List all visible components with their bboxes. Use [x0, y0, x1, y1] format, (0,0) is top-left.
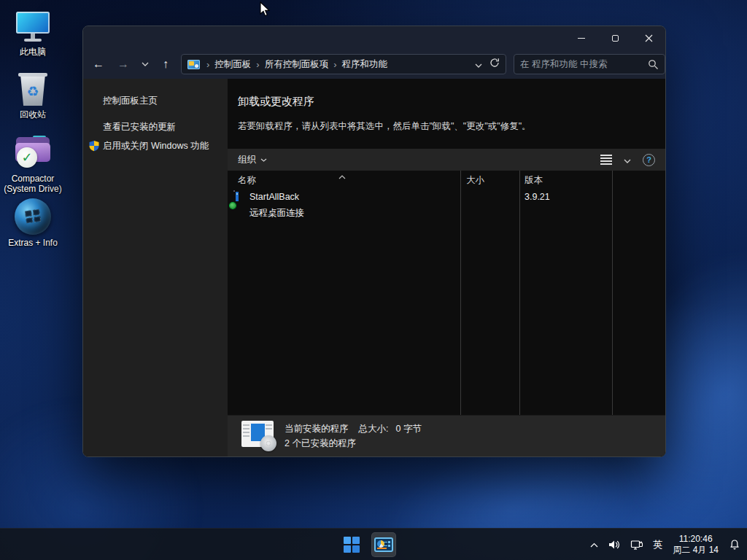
sidebar-item-installed-updates[interactable]: 查看已安装的更新	[103, 121, 176, 133]
compactor-folder-icon: ✓	[1, 134, 64, 171]
window-titlebar[interactable]	[83, 26, 665, 50]
back-button[interactable]: ←	[89, 55, 108, 74]
minimize-icon	[578, 38, 585, 39]
program-version: 3.9.21	[525, 192, 550, 202]
program-name: StartAllBack	[249, 192, 299, 202]
address-bar[interactable]: › 控制面板 › 所有控制面板项 › 程序和功能	[181, 54, 506, 74]
view-options-dropdown[interactable]	[624, 153, 631, 166]
desktop-icon-label: Compactor (System Drive)	[1, 174, 64, 194]
notifications-button[interactable]	[727, 536, 743, 553]
breadcrumb-separator: ›	[204, 59, 212, 70]
refresh-icon	[489, 58, 500, 68]
programs-and-features-window: ← → ↑ › 控制面板 › 所有控制面板项 › 程序和功能	[82, 26, 666, 457]
start-button[interactable]	[339, 532, 364, 557]
minimize-button[interactable]	[565, 26, 598, 50]
breadcrumb-programs-features[interactable]: 程序和功能	[339, 58, 391, 71]
status-bar: 当前安装的程序总大小:0 字节 2 个已安装的程序	[228, 415, 665, 456]
search-icon	[648, 59, 659, 70]
main-pane: 卸载或更改程序 若要卸载程序，请从列表中将其选中，然后单击"卸载"、"更改"或"…	[228, 79, 665, 456]
ime-indicator[interactable]: 英	[651, 538, 665, 551]
this-pc-icon	[1, 7, 64, 44]
command-toolbar: 组织 ?	[228, 149, 665, 171]
bell-icon	[729, 539, 740, 551]
page-subtitle: 若要卸载程序，请从列表中将其选中，然后单击"卸载"、"更改"或"修复"。	[238, 120, 531, 133]
desktop-icon-compactor[interactable]: ✓ Compactor (System Drive)	[1, 134, 64, 194]
desktop-icon-label: 回收站	[1, 109, 64, 120]
maximize-button[interactable]	[598, 26, 632, 50]
desktop-icon-label: Extras + Info	[1, 238, 64, 248]
chevron-up-icon	[590, 542, 598, 548]
chevron-down-icon	[142, 62, 149, 66]
sidebar: 控制面板主页 查看已安装的更新 启用或关闭 Windows 功能	[83, 79, 228, 456]
clock-date: 周二 4月 14	[673, 545, 719, 555]
taskbar-app-programs-features[interactable]	[371, 532, 396, 557]
speaker-icon	[608, 540, 621, 550]
column-header-name[interactable]: 名称	[238, 174, 256, 187]
program-name: 远程桌面连接	[249, 207, 304, 219]
programs-features-icon	[241, 421, 276, 451]
installed-count: 2 个已安装的程序	[285, 438, 356, 450]
desktop: 此电脑 ♻ 回收站 ✓ Compactor (System Drive) Ext…	[0, 0, 747, 560]
table-row-remote-desktop[interactable]: 远程桌面连接	[228, 205, 665, 220]
recycle-bin-icon: ♻	[1, 70, 64, 106]
status-summary: 当前安装的程序总大小:0 字节	[285, 423, 422, 435]
desktop-icon-this-pc[interactable]: 此电脑	[1, 7, 64, 57]
page-title: 卸载或更改程序	[238, 95, 314, 109]
total-size-label: 总大小:	[359, 424, 389, 434]
desktop-icon-extras-info[interactable]: Extras + Info	[1, 198, 64, 248]
uac-shield-icon	[88, 140, 100, 155]
sidebar-item-control-panel-home[interactable]: 控制面板主页	[103, 95, 158, 107]
table-header: 名称 大小 版本	[228, 171, 665, 189]
breadcrumb-all-items[interactable]: 所有控制面板项	[262, 58, 332, 71]
installed-programs-label: 当前安装的程序	[285, 424, 349, 434]
recent-pages-button[interactable]	[136, 55, 155, 74]
sidebar-item-windows-features[interactable]: 启用或关闭 Windows 功能	[103, 140, 209, 152]
column-header-version[interactable]: 版本	[525, 174, 543, 187]
window-body: 控制面板主页 查看已安装的更新 启用或关闭 Windows 功能 卸载或更改程序…	[83, 79, 665, 456]
windows-logo-icon	[344, 537, 360, 553]
table-row-startallback[interactable]: StartAllBack 3.9.21	[228, 190, 665, 205]
extras-info-orb-icon	[1, 198, 64, 235]
organize-label: 组织	[238, 154, 256, 166]
system-tray: 英 11:20:46 周二 4月 14	[588, 529, 743, 560]
breadcrumb-separator: ›	[254, 59, 261, 70]
maximize-icon	[612, 35, 619, 42]
total-size-value: 0 字节	[395, 424, 421, 434]
address-dropdown-button[interactable]	[475, 58, 482, 71]
taskbar-clock[interactable]: 11:20:46 周二 4月 14	[670, 534, 721, 556]
up-button[interactable]: ↑	[156, 55, 175, 74]
breadcrumb-separator: ›	[331, 59, 338, 70]
control-panel-app-icon	[374, 537, 393, 552]
column-header-size[interactable]: 大小	[466, 174, 484, 187]
navigation-bar: ← → ↑ › 控制面板 › 所有控制面板项 › 程序和功能	[83, 50, 665, 79]
hidden-icons-button[interactable]	[588, 540, 600, 551]
clock-time: 11:20:46	[679, 534, 713, 544]
search-box[interactable]	[514, 54, 665, 74]
breadcrumb-control-panel[interactable]: 控制面板	[212, 58, 254, 71]
chevron-down-icon	[624, 159, 631, 163]
control-panel-icon	[187, 60, 200, 69]
refresh-button[interactable]	[489, 58, 500, 71]
desktop-icon-recycle-bin[interactable]: ♻ 回收站	[1, 70, 64, 120]
search-input[interactable]	[514, 59, 648, 69]
mouse-cursor	[259, 1, 271, 20]
sort-ascending-icon	[338, 169, 346, 182]
change-view-button[interactable]	[600, 155, 612, 165]
close-icon	[645, 34, 653, 42]
volume-button[interactable]	[605, 537, 623, 553]
chevron-down-icon	[475, 63, 482, 68]
details-view-icon	[600, 155, 612, 165]
chevron-down-icon	[260, 158, 267, 162]
taskbar: 英 11:20:46 周二 4月 14	[0, 528, 747, 560]
desktop-icon-label: 此电脑	[1, 47, 64, 57]
help-button[interactable]: ?	[643, 154, 655, 166]
organize-button[interactable]: 组织	[238, 154, 267, 166]
forward-button[interactable]: →	[114, 55, 133, 74]
network-button[interactable]	[628, 537, 646, 553]
ethernet-icon	[630, 540, 643, 551]
close-button[interactable]	[632, 26, 665, 50]
